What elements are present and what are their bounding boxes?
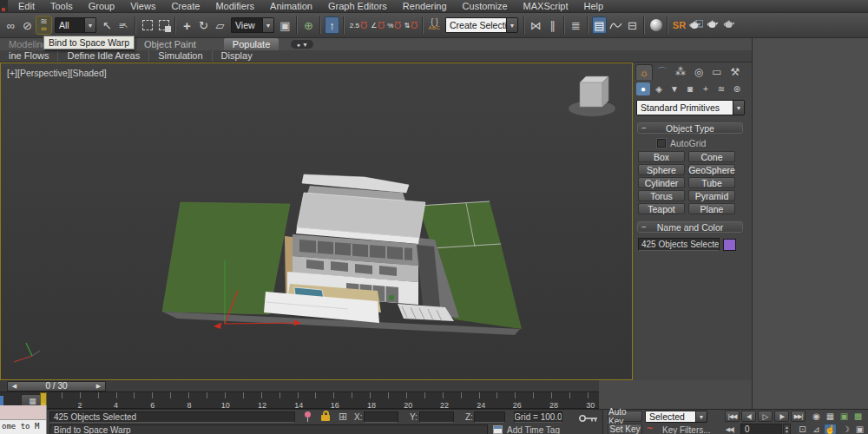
menu-tools[interactable]: Tools (43, 0, 81, 12)
next-frame-arrow-icon[interactable]: ▶ (92, 382, 105, 391)
listener-macro-row[interactable] (0, 405, 46, 420)
previous-frame-button[interactable]: ◀| (741, 411, 756, 422)
menu-animation[interactable]: Animation (262, 0, 320, 12)
select-and-scale-icon[interactable]: ▱ (213, 16, 227, 34)
plane-button[interactable]: Plane (688, 203, 735, 214)
systems-category-icon[interactable]: ⊛ (730, 82, 744, 95)
rollout-collapse-icon[interactable]: − (641, 223, 647, 232)
track-bar-ruler[interactable]: 0 2 4 6 8 10 12 14 16 18 20 22 24 26 28 … (35, 392, 599, 410)
app-button-sliver[interactable] (0, 0, 8, 13)
viewcube[interactable] (569, 76, 615, 116)
menu-graph-editors[interactable]: Graph Editors (320, 0, 395, 12)
select-by-name-icon[interactable]: ≡↖ (116, 16, 131, 34)
menu-maxscript[interactable]: MAXScript (516, 0, 576, 12)
pan-hand-icon[interactable]: ☝ (824, 424, 837, 434)
render-production-icon[interactable] (721, 16, 736, 34)
current-frame-field[interactable]: 0 (740, 424, 782, 434)
motion-tab-icon[interactable]: ◎ (690, 64, 707, 80)
use-pivot-point-center-icon[interactable]: ▣ (278, 16, 293, 34)
align-icon[interactable]: ∥ (545, 16, 560, 34)
create-tab-icon[interactable]: ☼ (635, 64, 653, 80)
go-to-end-button[interactable]: ▶▶| (791, 411, 806, 422)
frame-spinner[interactable]: ▲▼ (783, 424, 791, 434)
default-in-out-tangents-icon[interactable]: ~ (647, 423, 653, 434)
schematic-view-icon[interactable]: ⊟ (625, 16, 640, 34)
mirror-icon[interactable]: ⋈ (529, 16, 543, 34)
primitive-category-combo[interactable]: Standard Primitives ▼ (636, 100, 745, 115)
cameras-category-icon[interactable]: ◙ (683, 82, 697, 95)
selection-filter-combo[interactable]: All ▼ (55, 17, 96, 33)
listener-text-row[interactable]: ome to M (0, 420, 46, 434)
perspective-viewport[interactable]: [+][Perspective][Shaded] (0, 62, 633, 380)
layer-manager-icon[interactable]: ≣ (569, 16, 583, 34)
teapot-button[interactable]: Teapot (638, 203, 685, 214)
menu-views[interactable]: Views (122, 0, 163, 12)
tube-button[interactable]: Tube (688, 177, 735, 188)
viewport-canvas[interactable] (1, 63, 632, 379)
utilities-tab-icon[interactable]: ⚒ (727, 64, 744, 80)
key-mode-toggle-icon[interactable]: ◉ (810, 411, 823, 422)
maximize-viewport-toggle-icon[interactable]: ▣ (853, 424, 866, 434)
menu-customize[interactable]: Customize (455, 0, 516, 12)
z-coordinate-field[interactable] (474, 411, 505, 423)
viewcube-front-face[interactable] (580, 82, 602, 107)
angle-snap-toggle-icon[interactable]: ∠Ω (371, 16, 385, 34)
ribbon-subtab-define-flows[interactable]: ine Flows (0, 50, 58, 62)
absolute-mode-transform-icon[interactable]: ⊞ (339, 411, 347, 423)
geometry-category-icon[interactable]: ● (636, 82, 650, 95)
zoom-extents-selected-icon[interactable]: ▣ (838, 411, 851, 422)
curve-editor-icon[interactable] (608, 16, 623, 34)
menu-edit[interactable]: Edit (10, 0, 43, 12)
named-selection-sets-combo[interactable]: Create Selection Se ▼ (445, 17, 518, 33)
rendered-frame-window-icon[interactable] (705, 16, 720, 34)
select-and-link-icon[interactable]: ∞ (3, 16, 18, 34)
key-filters-button[interactable]: Key Filters... (662, 424, 711, 434)
space-warps-category-icon[interactable]: ≋ (714, 82, 728, 95)
play-button[interactable]: ▷ (758, 411, 773, 422)
zoom-extents-all-icon[interactable]: ▩ (852, 411, 865, 422)
name-and-color-rollout[interactable]: − Name and Color (637, 221, 743, 233)
menu-help[interactable]: Help (576, 0, 612, 12)
snaps-toggle-icon[interactable]: 2.5Ω (348, 16, 369, 34)
ribbon-collapse-control[interactable]: ●▼ (291, 40, 313, 49)
rollout-collapse-icon[interactable]: − (641, 124, 647, 133)
auto-key-button[interactable]: Auto Key (608, 411, 642, 422)
ribbon-subtab-define-idle-areas[interactable]: Define Idle Areas (58, 50, 149, 62)
orbit-icon[interactable]: ☽ (839, 424, 852, 434)
ribbon-subtab-simulation[interactable]: Simulation (149, 50, 212, 62)
y-coordinate-field[interactable] (419, 411, 454, 423)
ribbon-tab-populate[interactable]: Populate (224, 38, 279, 50)
sr-render-button[interactable]: SR (672, 16, 687, 34)
select-and-move-icon[interactable]: + (180, 16, 194, 34)
helpers-category-icon[interactable]: + (699, 82, 713, 95)
set-key-button[interactable]: Set Key (608, 424, 642, 434)
selection-lock-icon[interactable] (321, 411, 330, 421)
add-time-tag-label[interactable]: Add Time Tag (507, 424, 560, 434)
object-name-field[interactable]: 425 Objects Selected (638, 238, 720, 251)
object-type-rollout[interactable]: − Object Type (637, 122, 743, 134)
unlink-selection-icon[interactable]: ⊘ (20, 16, 35, 34)
object-color-swatch[interactable] (723, 239, 736, 251)
box-button[interactable]: Box (638, 151, 685, 162)
edit-named-selection-sets-icon[interactable]: { }ABC (427, 16, 442, 34)
spinner-down-icon[interactable]: ▼ (785, 430, 789, 434)
go-to-start-button[interactable]: |◀◀ (725, 411, 740, 422)
keyboard-shortcut-override-toggle[interactable]: ↑ (325, 16, 339, 34)
zoom-region-icon[interactable]: ⊡ (796, 424, 809, 434)
track-bar[interactable]: ▦ 0 2 4 6 8 10 12 14 16 18 20 22 24 26 2… (0, 391, 599, 409)
field-of-view-icon[interactable]: ⊿ (810, 424, 823, 434)
previous-frame-arrow-icon[interactable]: ◀ (8, 382, 21, 391)
autogrid-checkbox[interactable] (657, 139, 666, 148)
zoom-all-icon[interactable]: ▦ (824, 411, 837, 422)
sphere-button[interactable]: Sphere (638, 164, 685, 175)
render-setup-icon[interactable] (688, 16, 703, 34)
bind-to-space-warp-icon[interactable]: ≋∞ (36, 16, 51, 34)
menu-create[interactable]: Create (163, 0, 207, 12)
menu-modifiers[interactable]: Modifiers (207, 0, 262, 12)
ribbon-subtab-display[interactable]: Display (213, 50, 261, 62)
menu-rendering[interactable]: Rendering (395, 0, 455, 12)
viewport-label[interactable]: [+][Perspective][Shaded] (7, 68, 107, 78)
select-and-rotate-icon[interactable]: ↻ (196, 16, 211, 34)
hierarchy-tab-icon[interactable]: ⁂ (672, 64, 689, 80)
time-slider[interactable]: ◀ 0 / 30 ▶ (7, 381, 106, 391)
